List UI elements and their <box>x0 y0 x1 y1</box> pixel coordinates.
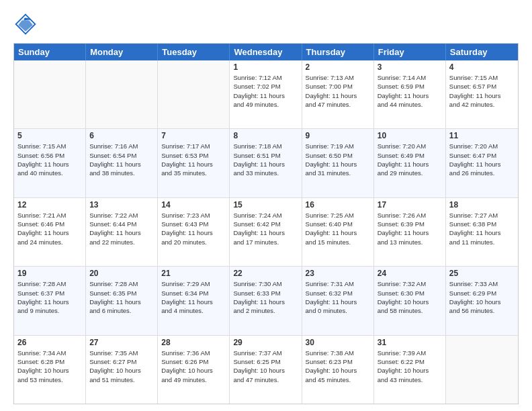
day-header-saturday: Saturday <box>446 44 518 60</box>
day-info: Sunrise: 7:15 AM Sunset: 6:56 PM Dayligh… <box>17 142 82 177</box>
day-number: 20 <box>89 269 154 278</box>
logo-icon <box>13 12 38 36</box>
day-number: 12 <box>17 200 82 210</box>
day-cell: 31Sunrise: 7:39 AM Sunset: 6:22 PM Dayli… <box>374 336 446 404</box>
day-cell: 9Sunrise: 7:19 AM Sunset: 6:50 PM Daylig… <box>302 129 374 197</box>
day-cell <box>86 60 158 128</box>
day-cell: 5Sunrise: 7:15 AM Sunset: 6:56 PM Daylig… <box>14 129 86 197</box>
day-number: 17 <box>378 200 442 210</box>
day-number: 7 <box>161 131 226 140</box>
day-number: 16 <box>306 200 370 210</box>
day-info: Sunrise: 7:33 AM Sunset: 6:29 PM Dayligh… <box>449 279 515 315</box>
day-number: 3 <box>378 62 442 72</box>
day-cell: 24Sunrise: 7:32 AM Sunset: 6:30 PM Dayli… <box>374 267 446 334</box>
day-info: Sunrise: 7:16 AM Sunset: 6:54 PM Dayligh… <box>89 142 154 177</box>
day-info: Sunrise: 7:14 AM Sunset: 6:59 PM Dayligh… <box>378 73 442 109</box>
day-info: Sunrise: 7:20 AM Sunset: 6:49 PM Dayligh… <box>378 142 442 177</box>
day-info: Sunrise: 7:32 AM Sunset: 6:30 PM Dayligh… <box>378 279 442 315</box>
day-cell: 15Sunrise: 7:24 AM Sunset: 6:42 PM Dayli… <box>230 198 302 266</box>
day-cell: 16Sunrise: 7:25 AM Sunset: 6:40 PM Dayli… <box>302 198 374 266</box>
day-number: 11 <box>449 131 515 140</box>
day-cell: 10Sunrise: 7:20 AM Sunset: 6:49 PM Dayli… <box>374 129 446 197</box>
day-cell: 17Sunrise: 7:26 AM Sunset: 6:39 PM Dayli… <box>374 198 446 266</box>
day-cell: 27Sunrise: 7:35 AM Sunset: 6:27 PM Dayli… <box>86 336 158 404</box>
calendar-grid: SundayMondayTuesdayWednesdayThursdayFrid… <box>13 43 519 404</box>
day-number: 19 <box>17 269 82 278</box>
day-cell: 29Sunrise: 7:37 AM Sunset: 6:25 PM Dayli… <box>230 336 302 404</box>
day-header-sunday: Sunday <box>14 44 86 60</box>
day-info: Sunrise: 7:34 AM Sunset: 6:28 PM Dayligh… <box>17 349 82 384</box>
day-info: Sunrise: 7:23 AM Sunset: 6:43 PM Dayligh… <box>161 211 226 246</box>
day-cell: 4Sunrise: 7:15 AM Sunset: 6:57 PM Daylig… <box>446 60 518 128</box>
day-cell <box>14 60 86 128</box>
day-info: Sunrise: 7:19 AM Sunset: 6:50 PM Dayligh… <box>306 142 370 177</box>
day-info: Sunrise: 7:29 AM Sunset: 6:34 PM Dayligh… <box>161 279 226 315</box>
day-number: 15 <box>233 200 298 210</box>
day-number: 29 <box>233 338 298 347</box>
day-info: Sunrise: 7:18 AM Sunset: 6:51 PM Dayligh… <box>233 142 298 177</box>
day-cell: 20Sunrise: 7:28 AM Sunset: 6:35 PM Dayli… <box>86 267 158 334</box>
day-cell: 1Sunrise: 7:12 AM Sunset: 7:02 PM Daylig… <box>230 60 302 128</box>
week-row-5: 26Sunrise: 7:34 AM Sunset: 6:28 PM Dayli… <box>14 335 518 404</box>
day-cell: 8Sunrise: 7:18 AM Sunset: 6:51 PM Daylig… <box>230 129 302 197</box>
day-number: 5 <box>17 131 82 140</box>
day-number: 1 <box>233 62 298 72</box>
day-number: 25 <box>449 269 515 278</box>
day-info: Sunrise: 7:36 AM Sunset: 6:26 PM Dayligh… <box>161 349 226 384</box>
day-number: 14 <box>161 200 226 210</box>
day-number: 27 <box>89 338 154 347</box>
day-cell: 6Sunrise: 7:16 AM Sunset: 6:54 PM Daylig… <box>86 129 158 197</box>
day-info: Sunrise: 7:21 AM Sunset: 6:46 PM Dayligh… <box>17 211 82 246</box>
day-info: Sunrise: 7:35 AM Sunset: 6:27 PM Dayligh… <box>89 349 154 384</box>
day-number: 30 <box>306 338 370 347</box>
day-cell <box>446 336 518 404</box>
day-number: 26 <box>17 338 82 347</box>
day-number: 13 <box>89 200 154 210</box>
day-number: 24 <box>378 269 442 278</box>
day-cell: 7Sunrise: 7:17 AM Sunset: 6:53 PM Daylig… <box>158 129 230 197</box>
day-info: Sunrise: 7:15 AM Sunset: 6:57 PM Dayligh… <box>449 73 515 109</box>
day-cell: 18Sunrise: 7:27 AM Sunset: 6:38 PM Dayli… <box>446 198 518 266</box>
day-number: 23 <box>306 269 370 278</box>
day-number: 10 <box>378 131 442 140</box>
day-cell: 2Sunrise: 7:13 AM Sunset: 7:00 PM Daylig… <box>302 60 374 128</box>
day-number: 21 <box>161 269 226 278</box>
day-cell: 21Sunrise: 7:29 AM Sunset: 6:34 PM Dayli… <box>158 267 230 334</box>
calendar-weeks: 1Sunrise: 7:12 AM Sunset: 7:02 PM Daylig… <box>14 60 518 404</box>
week-row-3: 12Sunrise: 7:21 AM Sunset: 6:46 PM Dayli… <box>14 197 518 266</box>
day-info: Sunrise: 7:37 AM Sunset: 6:25 PM Dayligh… <box>233 349 298 384</box>
day-info: Sunrise: 7:31 AM Sunset: 6:32 PM Dayligh… <box>306 279 370 315</box>
day-number: 8 <box>233 131 298 140</box>
day-info: Sunrise: 7:28 AM Sunset: 6:35 PM Dayligh… <box>89 279 154 315</box>
day-info: Sunrise: 7:17 AM Sunset: 6:53 PM Dayligh… <box>161 142 226 177</box>
day-number: 28 <box>161 338 226 347</box>
day-cell: 28Sunrise: 7:36 AM Sunset: 6:26 PM Dayli… <box>158 336 230 404</box>
day-header-wednesday: Wednesday <box>230 44 302 60</box>
day-cell: 3Sunrise: 7:14 AM Sunset: 6:59 PM Daylig… <box>374 60 446 128</box>
day-cell: 30Sunrise: 7:38 AM Sunset: 6:23 PM Dayli… <box>302 336 374 404</box>
day-number: 31 <box>378 338 442 347</box>
week-row-2: 5Sunrise: 7:15 AM Sunset: 6:56 PM Daylig… <box>14 128 518 197</box>
day-info: Sunrise: 7:22 AM Sunset: 6:44 PM Dayligh… <box>89 211 154 246</box>
day-info: Sunrise: 7:38 AM Sunset: 6:23 PM Dayligh… <box>306 349 370 384</box>
day-number: 22 <box>233 269 298 278</box>
day-info: Sunrise: 7:27 AM Sunset: 6:38 PM Dayligh… <box>449 211 515 246</box>
day-number: 6 <box>89 131 154 140</box>
day-cell: 11Sunrise: 7:20 AM Sunset: 6:47 PM Dayli… <box>446 129 518 197</box>
calendar-page: SundayMondayTuesdayWednesdayThursdayFrid… <box>0 0 532 411</box>
day-info: Sunrise: 7:28 AM Sunset: 6:37 PM Dayligh… <box>17 279 82 315</box>
day-cell: 25Sunrise: 7:33 AM Sunset: 6:29 PM Dayli… <box>446 267 518 334</box>
week-row-1: 1Sunrise: 7:12 AM Sunset: 7:02 PM Daylig… <box>14 60 518 128</box>
day-header-thursday: Thursday <box>302 44 374 60</box>
day-cell <box>158 60 230 128</box>
day-cell: 22Sunrise: 7:30 AM Sunset: 6:33 PM Dayli… <box>230 267 302 334</box>
day-cell: 19Sunrise: 7:28 AM Sunset: 6:37 PM Dayli… <box>14 267 86 334</box>
day-cell: 26Sunrise: 7:34 AM Sunset: 6:28 PM Dayli… <box>14 336 86 404</box>
day-headers-row: SundayMondayTuesdayWednesdayThursdayFrid… <box>14 44 518 60</box>
day-cell: 12Sunrise: 7:21 AM Sunset: 6:46 PM Dayli… <box>14 198 86 266</box>
day-cell: 14Sunrise: 7:23 AM Sunset: 6:43 PM Dayli… <box>158 198 230 266</box>
day-info: Sunrise: 7:30 AM Sunset: 6:33 PM Dayligh… <box>233 279 298 315</box>
day-info: Sunrise: 7:20 AM Sunset: 6:47 PM Dayligh… <box>449 142 515 177</box>
day-cell: 23Sunrise: 7:31 AM Sunset: 6:32 PM Dayli… <box>302 267 374 334</box>
day-info: Sunrise: 7:39 AM Sunset: 6:22 PM Dayligh… <box>378 349 442 384</box>
